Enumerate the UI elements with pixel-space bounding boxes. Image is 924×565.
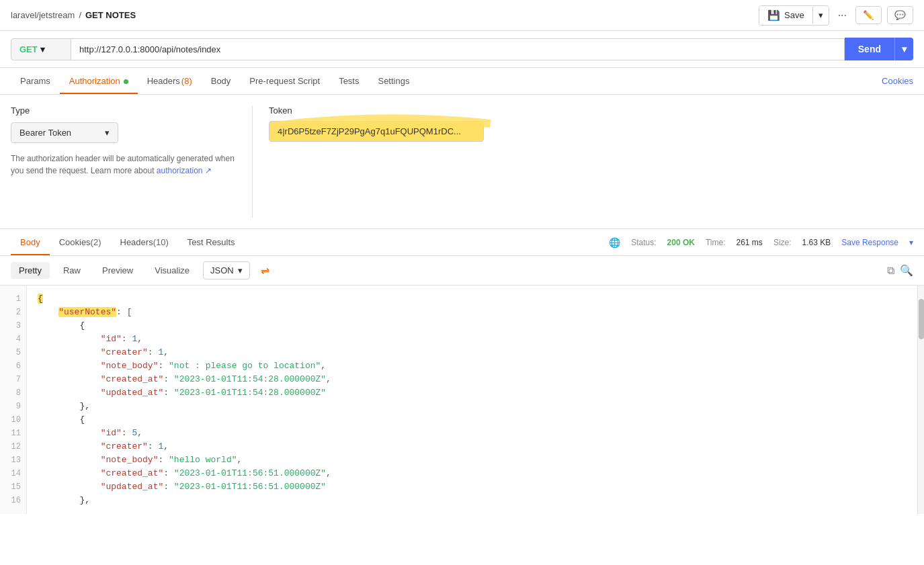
- tab-tests[interactable]: Tests: [329, 69, 368, 94]
- token-input[interactable]: [269, 121, 484, 142]
- type-dropdown[interactable]: Bearer Token ▾: [11, 122, 118, 143]
- code-line-14: "created_at": "2023-01-01T11:56:51.00000…: [38, 467, 913, 480]
- line-num-8: 8: [0, 386, 26, 400]
- line-numbers: 1 2 3 4 5 6 7 8 9 10 11 12 13 14 15 16: [0, 286, 27, 514]
- line-num-3: 3: [0, 319, 26, 333]
- fmt-tab-visualize[interactable]: Visualize: [146, 262, 198, 279]
- send-chevron-icon: ▾: [902, 44, 907, 54]
- search-icon[interactable]: 🔍: [900, 264, 913, 277]
- line-num-4: 4: [0, 333, 26, 346]
- code-line-13: "note_body": "hello world",: [38, 453, 913, 467]
- code-line-12: "creater": 1,: [38, 440, 913, 453]
- line-num-1: 1: [0, 292, 26, 306]
- code-line-4: "id": 1,: [38, 333, 913, 346]
- tab-pre-request[interactable]: Pre-request Script: [240, 69, 329, 94]
- status-value: 200 OK: [667, 238, 695, 247]
- code-line-8: "updated_at": "2023-01-01T11:54:28.00000…: [38, 386, 913, 400]
- method-chevron-icon: ▾: [40, 44, 45, 54]
- filter-icon[interactable]: ⇌: [261, 264, 269, 277]
- tab-settings[interactable]: Settings: [368, 69, 419, 94]
- auth-right-panel: Token: [253, 105, 913, 218]
- save-button-group: 💾 Save ▾: [759, 5, 829, 26]
- line-num-15: 15: [0, 480, 26, 494]
- more-options-button[interactable]: ···: [835, 6, 850, 25]
- send-button[interactable]: Send: [845, 38, 894, 60]
- code-line-1: {: [38, 292, 913, 306]
- tab-authorization[interactable]: Authorization: [60, 69, 138, 94]
- cookies-link[interactable]: Cookies: [882, 76, 913, 86]
- line-num-6: 6: [0, 359, 26, 373]
- type-chevron-icon: ▾: [105, 128, 110, 138]
- line-num-10: 10: [0, 413, 26, 427]
- url-input[interactable]: [71, 38, 845, 60]
- time-label: Time:: [706, 238, 726, 247]
- method-value: GET: [19, 44, 38, 54]
- save-response-button[interactable]: Save Response: [841, 238, 898, 247]
- pencil-icon: ✏️: [863, 10, 874, 20]
- fmt-tab-raw[interactable]: Raw: [55, 262, 89, 279]
- top-bar: laravel/jetstream / GET NOTES 💾 Save ▾ ·…: [0, 0, 924, 31]
- breadcrumb-title: GET NOTES: [85, 10, 136, 20]
- format-chevron-icon: ▾: [238, 265, 243, 275]
- format-type-value: JSON: [210, 265, 234, 275]
- line-num-16: 16: [0, 494, 26, 507]
- token-label: Token: [269, 105, 913, 116]
- copy-icon[interactable]: ⧉: [887, 265, 894, 277]
- url-bar: GET ▾ Send ▾: [0, 31, 924, 68]
- tab-headers[interactable]: Headers(8): [138, 69, 202, 94]
- save-response-chevron-icon[interactable]: ▾: [909, 238, 913, 247]
- edit-icon-button[interactable]: ✏️: [855, 6, 882, 24]
- tab-params[interactable]: Params: [11, 69, 60, 94]
- code-line-9: },: [38, 400, 913, 413]
- auth-section: Type Bearer Token ▾ The authorization he…: [0, 95, 924, 229]
- comment-icon-button[interactable]: 💬: [887, 6, 913, 24]
- code-line-7: "created_at": "2023-01-01T11:54:28.00000…: [38, 373, 913, 386]
- save-button[interactable]: 💾 Save: [759, 6, 812, 25]
- resp-tab-body[interactable]: Body: [11, 230, 50, 255]
- response-meta: 🌐 Status: 200 OK Time: 261 ms Size: 1.63…: [609, 237, 913, 248]
- code-line-10: {: [38, 413, 913, 427]
- line-num-9: 9: [0, 400, 26, 413]
- code-line-6: "note_body": "not : please go to locatio…: [38, 359, 913, 373]
- send-dropdown-button[interactable]: ▾: [894, 38, 913, 60]
- auth-left-panel: Type Bearer Token ▾ The authorization he…: [11, 105, 253, 218]
- line-num-7: 7: [0, 373, 26, 386]
- response-tabs: Body Cookies(2) Headers(10) Test Results…: [0, 229, 924, 256]
- fmt-tab-pretty[interactable]: Pretty: [11, 262, 50, 279]
- tab-body[interactable]: Body: [202, 69, 241, 94]
- size-label: Size:: [773, 238, 792, 247]
- resp-tab-cookies[interactable]: Cookies(2): [50, 230, 111, 255]
- format-bar: Pretty Raw Preview Visualize JSON ▾ ⇌ ⧉ …: [0, 256, 924, 286]
- line-num-14: 14: [0, 467, 26, 480]
- auth-learn-more-link[interactable]: authorization ↗: [157, 166, 212, 175]
- status-label: Status:: [631, 238, 656, 247]
- save-disk-icon: 💾: [767, 9, 780, 21]
- fmt-tab-preview[interactable]: Preview: [94, 262, 141, 279]
- auth-note: The authorization header will be automat…: [11, 153, 239, 177]
- line-num-12: 12: [0, 440, 26, 453]
- line-num-11: 11: [0, 427, 26, 440]
- method-dropdown[interactable]: GET ▾: [11, 38, 71, 60]
- top-actions: 💾 Save ▾ ··· ✏️ 💬: [759, 5, 913, 26]
- response-section: Body Cookies(2) Headers(10) Test Results…: [0, 229, 924, 514]
- line-num-5: 5: [0, 346, 26, 359]
- line-num-2: 2: [0, 306, 26, 319]
- code-line-3: {: [38, 319, 913, 333]
- resp-tab-headers[interactable]: Headers(10): [111, 230, 178, 255]
- code-line-16: },: [38, 494, 913, 507]
- token-input-wrapper: [269, 121, 484, 142]
- chevron-down-icon: ▾: [818, 10, 823, 20]
- type-label: Type: [11, 105, 239, 116]
- code-area: 1 2 3 4 5 6 7 8 9 10 11 12 13 14 15 16 {…: [0, 286, 924, 514]
- format-type-dropdown[interactable]: JSON ▾: [203, 261, 250, 279]
- resp-tab-test-results[interactable]: Test Results: [178, 230, 245, 255]
- breadcrumb-project[interactable]: laravel/jetstream: [11, 10, 75, 20]
- scrollbar-handle[interactable]: [919, 299, 924, 339]
- breadcrumb: laravel/jetstream / GET NOTES: [11, 10, 136, 20]
- request-tabs: Params Authorization Headers(8) Body Pre…: [0, 68, 924, 95]
- line-num-13: 13: [0, 453, 26, 467]
- code-line-2: "userNotes": [: [38, 306, 913, 319]
- save-label: Save: [784, 10, 804, 20]
- save-dropdown-button[interactable]: ▾: [812, 7, 829, 24]
- auth-active-dot: [124, 79, 128, 84]
